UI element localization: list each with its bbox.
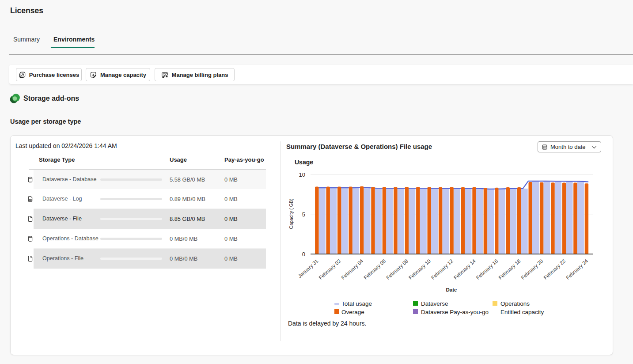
svg-text:Date: Date bbox=[446, 287, 457, 292]
svg-text:Capacity ( GB): Capacity ( GB) bbox=[288, 199, 294, 229]
svg-text:5: 5 bbox=[302, 211, 305, 218]
svg-text:February 16: February 16 bbox=[475, 258, 499, 281]
svg-text:0: 0 bbox=[302, 251, 305, 258]
svg-text:January 31: January 31 bbox=[297, 258, 319, 279]
svg-text:February 14: February 14 bbox=[453, 258, 477, 281]
svg-text:February 24: February 24 bbox=[565, 258, 589, 281]
svg-text:February 18: February 18 bbox=[497, 258, 521, 281]
svg-text:February 08: February 08 bbox=[385, 258, 409, 281]
svg-text:February 06: February 06 bbox=[363, 258, 387, 281]
svg-text:February 02: February 02 bbox=[318, 258, 341, 281]
svg-text:February 10: February 10 bbox=[408, 258, 432, 281]
svg-text:February 12: February 12 bbox=[430, 258, 454, 281]
svg-text:February 04: February 04 bbox=[340, 258, 364, 281]
svg-text:Usage: Usage bbox=[295, 159, 313, 166]
svg-text:10: 10 bbox=[299, 171, 305, 178]
svg-text:February 20: February 20 bbox=[520, 258, 544, 281]
svg-text:February 22: February 22 bbox=[542, 258, 566, 281]
